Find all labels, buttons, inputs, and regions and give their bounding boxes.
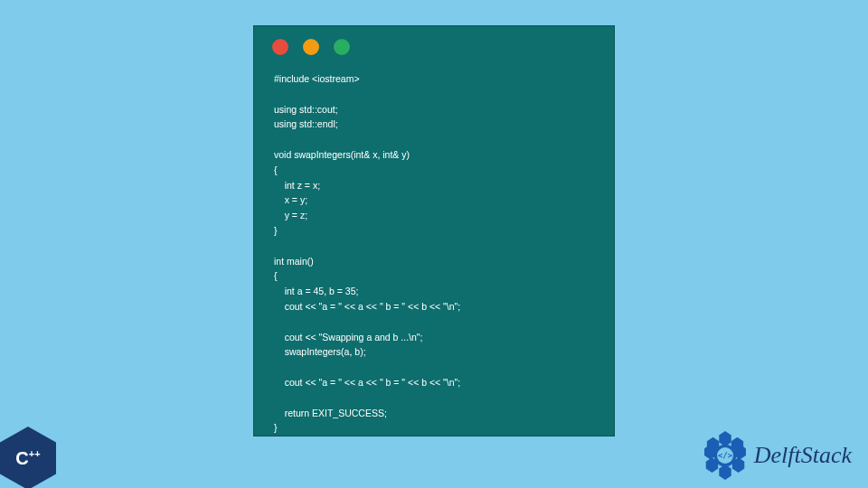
- code-content: #include <iostream> using std::cout; usi…: [254, 62, 614, 445]
- delftstack-logo: </> DelftStack: [700, 430, 852, 481]
- close-icon: [272, 39, 288, 55]
- window-controls: [254, 26, 614, 62]
- maximize-icon: [334, 39, 350, 55]
- cpp-logo: C++: [0, 427, 61, 488]
- minimize-icon: [303, 39, 319, 55]
- code-window: #include <iostream> using std::cout; usi…: [253, 25, 615, 436]
- delftstack-text: DelftStack: [754, 442, 852, 469]
- svg-text:</>: </>: [718, 451, 732, 460]
- svg-marker-0: [719, 431, 731, 446]
- cpp-logo-letter: C: [15, 448, 28, 468]
- svg-marker-1: [719, 465, 731, 480]
- cpp-logo-plus: ++: [29, 448, 41, 459]
- gear-icon: </>: [700, 430, 750, 481]
